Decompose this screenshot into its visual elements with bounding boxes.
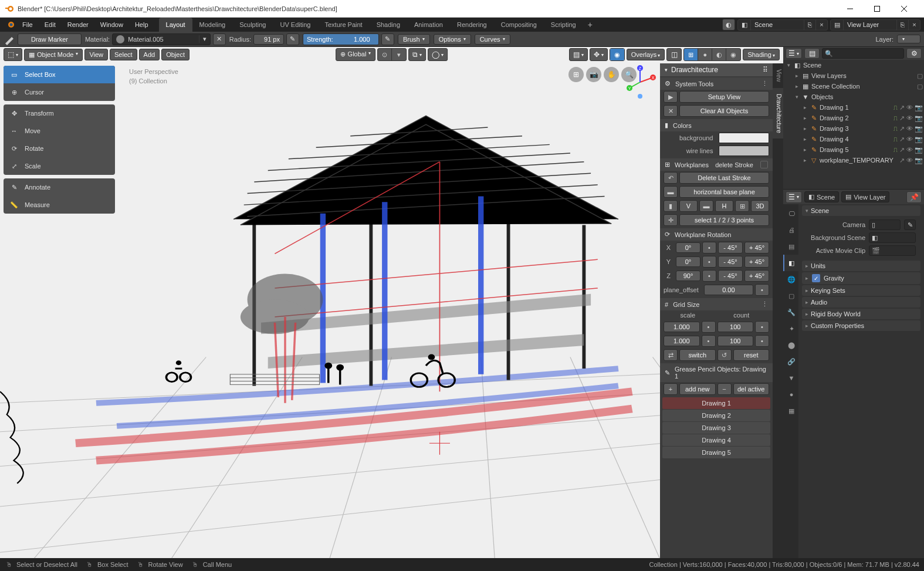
- reset-icon[interactable]: ↺: [717, 349, 732, 361]
- switch-button[interactable]: switch: [679, 349, 716, 361]
- outliner-item-drawing-5[interactable]: ▸✎Drawing 5⎍ ↗👁📷: [783, 144, 924, 155]
- 3d-mode-icon[interactable]: ⊞: [735, 200, 749, 212]
- movie-clip-field[interactable]: 🎬: [869, 245, 916, 256]
- status-box-select[interactable]: 🖱Box Select: [86, 560, 128, 569]
- keying-panel-header[interactable]: Keying Sets: [802, 285, 920, 296]
- disable-select-icon[interactable]: ↗: [899, 136, 905, 143]
- rotation-X-input[interactable]: 0°: [676, 242, 700, 253]
- scene-name-input[interactable]: [751, 21, 804, 28]
- view-menu[interactable]: View: [84, 49, 108, 60]
- layer-dropdown[interactable]: ▾: [897, 35, 920, 43]
- menu-render[interactable]: Render: [62, 18, 94, 32]
- overlays-dropdown[interactable]: Overlays: [627, 49, 665, 60]
- plus-icon[interactable]: +: [664, 383, 678, 395]
- zoom-nav-icon[interactable]: ⊞: [568, 67, 584, 82]
- del-active-button[interactable]: del active: [733, 383, 770, 395]
- orientation-dropdown[interactable]: ⊕Global: [336, 48, 376, 61]
- outliner-item-drawing-3[interactable]: ▸✎Drawing 3⎍ ↗👁📷: [783, 123, 924, 134]
- workspace-tab-compositing[interactable]: Compositing: [494, 18, 544, 32]
- collection-badge-icon[interactable]: ▢: [917, 83, 923, 90]
- tool-transform[interactable]: ✥Transform: [4, 104, 115, 122]
- tree-toggle-icon[interactable]: ▸: [801, 115, 809, 121]
- wire-color-swatch[interactable]: [719, 146, 770, 156]
- system-tools-header[interactable]: ⚙System Tools⋮: [660, 77, 773, 90]
- render-tab-icon[interactable]: 🖵: [783, 205, 798, 222]
- outliner-scenecollection[interactable]: ▸▦Scene Collection▢: [783, 81, 924, 92]
- rigid-panel-header[interactable]: Rigid Body World: [802, 309, 920, 319]
- tool-rotate[interactable]: ⟳Rotate: [4, 140, 115, 157]
- dot-icon[interactable]: •: [702, 242, 716, 254]
- undo-icon[interactable]: ↶: [664, 172, 678, 184]
- object-tab-icon[interactable]: ▢: [783, 288, 798, 304]
- constraint-tab-icon[interactable]: 🔗: [783, 353, 798, 370]
- x-icon[interactable]: ✕: [664, 105, 678, 117]
- world-tab-icon[interactable]: 🌐: [783, 271, 798, 288]
- camera-field[interactable]: ▯: [869, 219, 901, 230]
- audio-panel-header[interactable]: Audio: [802, 297, 920, 308]
- 3d-mode-button[interactable]: 3D: [751, 200, 769, 212]
- menu-edit[interactable]: Edit: [39, 18, 62, 32]
- editor-type-dropdown[interactable]: ⬚: [4, 48, 22, 61]
- viewlayer-delete-button[interactable]: ×: [908, 20, 920, 30]
- data-tab-icon[interactable]: ▼: [783, 370, 798, 386]
- eyedropper-icon[interactable]: ✎: [904, 219, 916, 230]
- disable-render-icon[interactable]: 📷: [915, 114, 923, 122]
- dot-icon[interactable]: •: [702, 270, 716, 282]
- scene-tab-icon[interactable]: ◧: [783, 255, 798, 271]
- radius-pressure-toggle[interactable]: ✎: [286, 33, 299, 45]
- tool-annotate[interactable]: ✎Annotate: [4, 178, 115, 196]
- n-tab-view[interactable]: View: [773, 63, 783, 88]
- hide-viewport-icon[interactable]: 👁: [906, 136, 913, 143]
- material-dropdown-icon[interactable]: ▾: [199, 35, 210, 43]
- tool-scale[interactable]: ⤢Scale: [4, 157, 115, 175]
- plus-45-X-button[interactable]: + 45°: [744, 242, 769, 254]
- gravity-checkbox[interactable]: ✓: [812, 274, 820, 282]
- menu-help[interactable]: Help: [129, 18, 154, 32]
- maximize-button[interactable]: [865, 0, 892, 18]
- plane-icon[interactable]: ▬: [664, 186, 678, 198]
- disable-render-icon[interactable]: 📷: [915, 157, 923, 164]
- colors-header[interactable]: ▮Colors: [660, 119, 773, 131]
- gizmo-dropdown[interactable]: ✥: [590, 48, 608, 61]
- material-tab-icon[interactable]: ●: [783, 386, 798, 403]
- tree-toggle-icon[interactable]: ▾: [793, 94, 801, 100]
- checkbox-empty[interactable]: [760, 161, 768, 168]
- n-tab-drawchitecture[interactable]: Drawchitecture: [773, 88, 783, 139]
- grid-size-header[interactable]: #Grid Size⋮: [660, 298, 773, 310]
- v-mode-button[interactable]: V: [679, 200, 698, 212]
- outliner-editor-type[interactable]: ☰: [786, 48, 802, 59]
- pivot-dropdown[interactable]: ⊙▾: [377, 48, 407, 61]
- dot-icon[interactable]: •: [702, 256, 716, 268]
- radius-input[interactable]: 91 px: [253, 34, 284, 45]
- offset-dot-icon[interactable]: •: [755, 284, 769, 296]
- object-visibility-dropdown[interactable]: ▤: [569, 48, 588, 61]
- gp-item-drawing-4[interactable]: Drawing 4: [662, 434, 770, 446]
- 3d-viewport[interactable]: ⬚ ▦Object Mode View Select Add Object ⊕G…: [0, 47, 783, 558]
- output-tab-icon[interactable]: 🖨: [783, 222, 798, 238]
- outliner-search[interactable]: 🔍: [822, 48, 904, 59]
- orientation-gizmo[interactable]: X Y Z: [622, 65, 658, 100]
- tool-measure[interactable]: 📏Measure: [4, 196, 115, 214]
- gp-header[interactable]: ✎Grease Pencil Objects: Drawing 1: [660, 363, 773, 382]
- disable-select-icon[interactable]: ↗: [899, 157, 905, 164]
- minus-45-Z-button[interactable]: - 45°: [718, 270, 743, 282]
- disable-render-icon[interactable]: 📷: [915, 136, 923, 143]
- plus-45-Z-button[interactable]: + 45°: [744, 270, 769, 282]
- blender-app-icon[interactable]: [4, 18, 16, 32]
- mode-dropdown[interactable]: ▦Object Mode: [24, 49, 83, 61]
- reset-button[interactable]: reset: [733, 349, 770, 361]
- gp-item-drawing-1[interactable]: Drawing 1: [662, 397, 770, 409]
- status-call-menu[interactable]: 🖱Call Menu: [191, 560, 232, 569]
- shading-modes[interactable]: ⊞ ● ◐ ◉: [683, 48, 741, 61]
- minus-icon[interactable]: −: [717, 383, 732, 395]
- count-1-input[interactable]: 100: [717, 322, 754, 332]
- disable-select-icon[interactable]: ↗: [899, 114, 905, 122]
- curves-dropdown[interactable]: Curves▾: [475, 34, 510, 45]
- dot-icon[interactable]: •: [702, 321, 716, 333]
- hide-viewport-icon[interactable]: 👁: [906, 157, 913, 164]
- disable-select-icon[interactable]: ↗: [899, 104, 905, 112]
- setup-view-button[interactable]: Setup View: [679, 91, 769, 103]
- disable-render-icon[interactable]: 📷: [915, 125, 923, 133]
- gp-item-drawing-3[interactable]: Drawing 3: [662, 422, 770, 434]
- workspace-tab-scripting[interactable]: Scripting: [544, 18, 583, 32]
